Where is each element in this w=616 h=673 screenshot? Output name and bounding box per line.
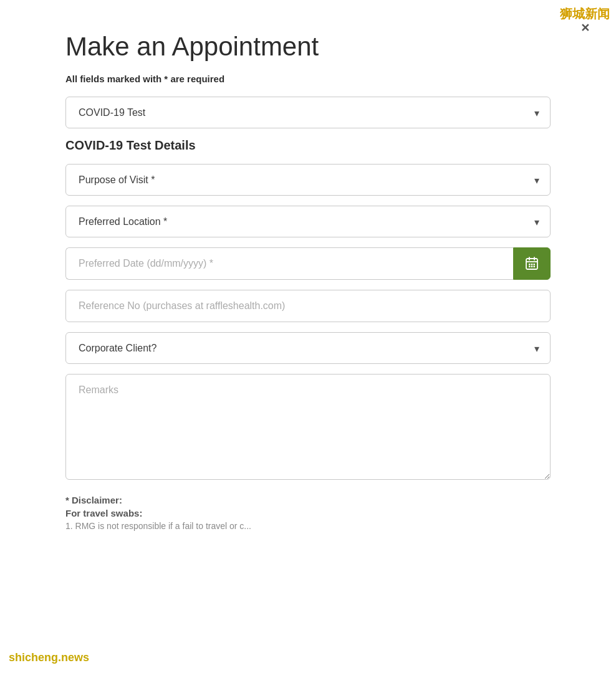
reference-field-wrapper — [65, 290, 551, 322]
calendar-icon — [524, 256, 539, 271]
main-container: Make an Appointment All fields marked wi… — [0, 0, 616, 556]
svg-rect-6 — [534, 264, 536, 265]
svg-rect-5 — [531, 264, 533, 265]
disclaimer-section: * Disclaimer: For travel swabs: 1. RMG i… — [65, 495, 551, 531]
reference-number-input[interactable] — [65, 290, 551, 322]
purpose-select-wrapper: Purpose of Visit * Travel Work Personal … — [65, 164, 551, 196]
service-type-select[interactable]: COVID-19 Test General Consultation Speci… — [65, 97, 551, 128]
watermark-chinese-text: 狮城新闻 — [560, 6, 610, 21]
service-select-wrapper: COVID-19 Test General Consultation Speci… — [65, 97, 551, 128]
svg-rect-8 — [531, 266, 533, 268]
date-field-wrapper — [65, 247, 551, 280]
close-icon[interactable]: ✕ — [580, 21, 590, 35]
svg-rect-7 — [529, 266, 531, 268]
page-title: Make an Appointment — [65, 31, 551, 62]
corporate-select-wrapper: Corporate Client? Yes No ▾ — [65, 332, 551, 364]
calendar-button[interactable] — [513, 247, 551, 280]
corporate-client-select[interactable]: Corporate Client? Yes No — [65, 332, 551, 364]
date-input-group — [65, 247, 551, 280]
disclaimer-title: * Disclaimer: — [65, 495, 551, 505]
remarks-textarea[interactable] — [65, 374, 551, 480]
covid-section-title: COVID-19 Test Details — [65, 138, 551, 153]
remarks-field-wrapper — [65, 374, 551, 482]
watermark-top-right: 狮城新闻 ✕ — [560, 6, 610, 35]
disclaimer-subtitle: For travel swabs: — [65, 508, 551, 518]
preferred-location-select[interactable]: Preferred Location * Raffles City Hollan… — [65, 206, 551, 237]
svg-rect-9 — [534, 266, 536, 268]
disclaimer-partial-text: 1. RMG is not responsible if a fail to t… — [65, 521, 551, 531]
watermark-bottom-left: shicheng.news — [9, 651, 89, 664]
location-select-wrapper: Preferred Location * Raffles City Hollan… — [65, 206, 551, 237]
required-note: All fields marked with * are required — [65, 74, 551, 84]
svg-rect-4 — [529, 264, 531, 265]
watermark-bottom-text: shicheng.news — [9, 651, 89, 664]
preferred-date-input[interactable] — [65, 247, 513, 280]
purpose-of-visit-select[interactable]: Purpose of Visit * Travel Work Personal — [65, 164, 551, 196]
